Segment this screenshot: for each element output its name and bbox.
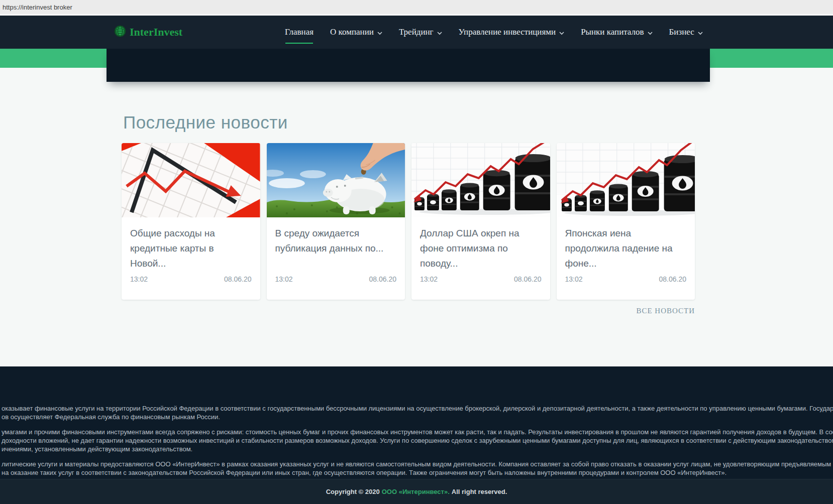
nav-item-about[interactable]: О компании [330,27,382,38]
company-link[interactable]: ООО «Интеринвест». [382,488,450,495]
footer-paragraph: литические услуги и материалы предоставл… [2,460,833,477]
news-title: Общие расходы на кредитные карты в Новой… [130,226,252,271]
footer-disclaimer: оказывает финансовые услуги на территори… [2,404,833,483]
copyright-prefix: Copyright © 2020 [326,488,380,495]
news-card[interactable]: Японская иена продолжила падение на фоне… [557,143,695,300]
news-image-oil-barrels-growth[interactable] [411,143,550,217]
news-image-piggy-bank[interactable] [267,143,405,217]
main-nav: Главная О компании Трейдинг Управление и… [285,16,703,49]
nav-item-capital-markets[interactable]: Рынки капиталов [581,27,652,38]
news-date: 08.06.20 [659,275,687,283]
nav-item-home[interactable]: Главная [285,27,314,37]
news-date: 08.06.20 [369,275,397,283]
news-time: 13:02 [130,275,148,283]
news-image-declining-chart[interactable] [122,143,260,217]
all-news-link[interactable]: ВСЕ НОВОСТИ [636,307,695,315]
brand-logo[interactable]: InterInvest [114,25,182,40]
news-title: Японская иена продолжила падение на фоне… [565,226,687,271]
chevron-down-icon [559,28,564,38]
nav-item-trading[interactable]: Трейдинг [399,27,442,38]
globe-icon [114,25,127,40]
all-news: ВСЕ НОВОСТИ [122,306,695,315]
news-time: 13:02 [420,275,438,283]
footer-paragraph: оказывает финансовые услуги на территори… [2,404,833,421]
news-date: 08.06.20 [514,275,542,283]
news-title: В среду ожидается публикация данных по..… [275,226,397,256]
nav-item-business[interactable]: Бизнес [669,27,703,38]
chevron-down-icon [377,28,382,38]
brand-name: InterInvest [130,26,182,39]
site-header: InterInvest Главная О компании Трейдинг … [0,16,833,49]
news-cards: Общие расходы на кредитные карты в Новой… [122,143,695,300]
chevron-down-icon [698,28,703,38]
copyright-suffix: All right reserved. [452,488,507,495]
news-time: 13:02 [565,275,583,283]
news-title: Доллар США окреп на фоне оптимизма по по… [420,226,542,271]
news-card[interactable]: Общие расходы на кредитные карты в Новой… [122,143,260,300]
news-image-oil-barrels-growth[interactable] [557,143,695,217]
footer-paragraph: умагами и прочими финансовыми инструмент… [2,428,833,453]
nav-item-investment-management[interactable]: Управление инвестициями [459,27,565,38]
site-footer: оказывает финансовые услуги на территори… [0,366,833,504]
browser-url-text: https://interinvest broker [3,4,72,11]
chevron-down-icon [648,28,653,38]
news-date: 08.06.20 [224,275,252,283]
active-underline [285,43,313,44]
hero-panel [107,49,710,82]
news-card[interactable]: Доллар США окреп на фоне оптимизма по по… [411,143,550,300]
news-card[interactable]: В среду ожидается публикация данных по..… [267,143,405,300]
chevron-down-icon [437,28,442,38]
news-time: 13:02 [275,275,293,283]
news-section: Последние новости [0,68,833,315]
copyright-bar: Copyright © 2020 ООО «Интеринвест». All … [0,479,833,504]
browser-url-bar[interactable]: https://interinvest broker [0,0,833,16]
